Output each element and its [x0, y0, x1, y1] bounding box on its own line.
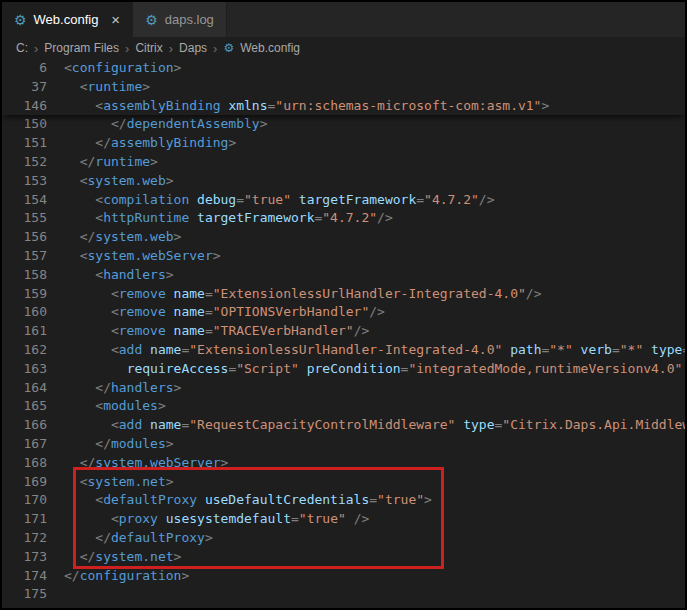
- breadcrumb-item[interactable]: C:: [16, 41, 28, 55]
- line-text: <remove name="ExtensionlessUrlHandler-In…: [64, 285, 541, 304]
- line-number[interactable]: 167: [2, 435, 64, 454]
- line-number[interactable]: 168: [2, 454, 64, 473]
- line-text: <httpRuntime targetFramework="4.7.2"/>: [64, 209, 393, 228]
- sticky-scroll-lines: 6<configuration>37 <runtime>146 <assembl…: [2, 59, 685, 115]
- line-text: <system.net>: [64, 473, 174, 492]
- code-line[interactable]: 154 <compilation debug="true" targetFram…: [2, 191, 685, 210]
- tab-bar: ⚙ Web.config × ⚙ daps.log: [2, 2, 685, 37]
- line-number[interactable]: 155: [2, 209, 64, 228]
- code-line[interactable]: 156 </system.web>: [2, 228, 685, 247]
- line-text: </assemblyBinding>: [64, 134, 236, 153]
- line-number[interactable]: 166: [2, 416, 64, 435]
- breadcrumb-item[interactable]: Web.config: [240, 41, 300, 55]
- line-number[interactable]: 146: [2, 97, 64, 116]
- code-line[interactable]: 173 </system.net>: [2, 548, 685, 567]
- code-line[interactable]: 152 </runtime>: [2, 153, 685, 172]
- code-line[interactable]: 158 <handlers>: [2, 266, 685, 285]
- line-text: <compilation debug="true" targetFramewor…: [64, 191, 495, 210]
- line-number[interactable]: 175: [2, 585, 64, 604]
- line-text: <configuration>: [64, 59, 181, 78]
- line-number[interactable]: 173: [2, 548, 64, 567]
- gear-icon: ⚙: [223, 41, 234, 55]
- code-line[interactable]: 146 <assemblyBinding xmlns="urn:schemas-…: [2, 97, 685, 116]
- line-number[interactable]: 37: [2, 78, 64, 97]
- line-text: <runtime>: [64, 78, 150, 97]
- line-text: </runtime>: [64, 153, 158, 172]
- line-number[interactable]: 172: [2, 529, 64, 548]
- gear-icon: ⚙: [14, 12, 27, 28]
- code-line[interactable]: 168 </system.webServer>: [2, 454, 685, 473]
- breadcrumb-item[interactable]: Citrix: [135, 41, 162, 55]
- line-number[interactable]: 158: [2, 266, 64, 285]
- code-line[interactable]: 161 <remove name="TRACEVerbHandler"/>: [2, 322, 685, 341]
- line-number[interactable]: 170: [2, 491, 64, 510]
- line-number[interactable]: 157: [2, 247, 64, 266]
- code-line[interactable]: 153 <system.web>: [2, 172, 685, 191]
- line-text: <system.webServer>: [64, 247, 221, 266]
- line-text: </modules>: [64, 435, 174, 454]
- line-text: <add name="RequestCapacityControlMiddlew…: [64, 416, 685, 435]
- code-line[interactable]: 163 requireAccess="Script" preCondition=…: [2, 360, 685, 379]
- line-number[interactable]: 169: [2, 473, 64, 492]
- line-text: </system.net>: [64, 548, 181, 567]
- line-number[interactable]: 156: [2, 228, 64, 247]
- chevron-right-icon: ›: [125, 41, 129, 56]
- line-text: <remove name="OPTIONSVerbHandler"/>: [64, 303, 385, 322]
- tab-web-config[interactable]: ⚙ Web.config ×: [2, 2, 133, 37]
- line-text: <assemblyBinding xmlns="urn:schemas-micr…: [64, 97, 549, 116]
- code-line[interactable]: 150 </dependentAssembly>: [2, 115, 685, 134]
- line-number[interactable]: 159: [2, 285, 64, 304]
- code-editor[interactable]: 6<configuration>37 <runtime>146 <assembl…: [2, 59, 685, 608]
- line-number[interactable]: 150: [2, 115, 64, 134]
- line-number[interactable]: 174: [2, 567, 64, 586]
- code-line[interactable]: 160 <remove name="OPTIONSVerbHandler"/>: [2, 303, 685, 322]
- line-number[interactable]: 6: [2, 59, 64, 78]
- code-line[interactable]: 155 <httpRuntime targetFramework="4.7.2"…: [2, 209, 685, 228]
- line-text: </dependentAssembly>: [64, 115, 268, 134]
- code-line[interactable]: 157 <system.webServer>: [2, 247, 685, 266]
- chevron-right-icon: ›: [213, 41, 217, 56]
- line-number[interactable]: 161: [2, 322, 64, 341]
- line-number[interactable]: 162: [2, 341, 64, 360]
- code-line[interactable]: 37 <runtime>: [2, 78, 685, 97]
- close-icon[interactable]: ×: [111, 12, 120, 27]
- gear-icon: ⚙: [145, 12, 158, 28]
- code-line[interactable]: 165 <modules>: [2, 397, 685, 416]
- code-line[interactable]: 171 <proxy usesystemdefault="true" />: [2, 510, 685, 529]
- code-line[interactable]: 169 <system.net>: [2, 473, 685, 492]
- line-text: <remove name="TRACEVerbHandler"/>: [64, 322, 369, 341]
- line-number[interactable]: 151: [2, 134, 64, 153]
- code-line[interactable]: 170 <defaultProxy useDefaultCredentials=…: [2, 491, 685, 510]
- line-number[interactable]: 152: [2, 153, 64, 172]
- code-line[interactable]: 166 <add name="RequestCapacityControlMid…: [2, 416, 685, 435]
- tab-label: Web.config: [34, 12, 99, 27]
- line-number[interactable]: 160: [2, 303, 64, 322]
- line-text: </system.webServer>: [64, 454, 228, 473]
- line-text: </defaultProxy>: [64, 529, 213, 548]
- code-lines: 150 </dependentAssembly>151 </assemblyBi…: [2, 115, 685, 604]
- line-number[interactable]: 153: [2, 172, 64, 191]
- code-line[interactable]: 172 </defaultProxy>: [2, 529, 685, 548]
- code-line[interactable]: 174</configuration>: [2, 567, 685, 586]
- line-text: </system.web>: [64, 228, 181, 247]
- tab-label: daps.log: [165, 12, 214, 27]
- code-line[interactable]: 162 <add name="ExtensionlessUrlHandler-I…: [2, 341, 685, 360]
- code-line[interactable]: 159 <remove name="ExtensionlessUrlHandle…: [2, 285, 685, 304]
- code-line[interactable]: 164 </handlers>: [2, 379, 685, 398]
- line-text: </handlers>: [64, 379, 181, 398]
- breadcrumb: C:›Program Files›Citrix›Daps›⚙Web.config: [2, 37, 685, 59]
- tab-daps-log[interactable]: ⚙ daps.log: [133, 2, 227, 37]
- line-number[interactable]: 164: [2, 379, 64, 398]
- line-text: <modules>: [64, 397, 166, 416]
- code-line[interactable]: 151 </assemblyBinding>: [2, 134, 685, 153]
- code-line[interactable]: 175: [2, 585, 685, 604]
- breadcrumb-item[interactable]: Daps: [179, 41, 207, 55]
- line-number[interactable]: 154: [2, 191, 64, 210]
- code-line[interactable]: 6<configuration>: [2, 59, 685, 78]
- breadcrumb-item[interactable]: Program Files: [44, 41, 119, 55]
- chevron-right-icon: ›: [34, 41, 38, 56]
- line-number[interactable]: 165: [2, 397, 64, 416]
- code-line[interactable]: 167 </modules>: [2, 435, 685, 454]
- line-number[interactable]: 163: [2, 360, 64, 379]
- line-number[interactable]: 171: [2, 510, 64, 529]
